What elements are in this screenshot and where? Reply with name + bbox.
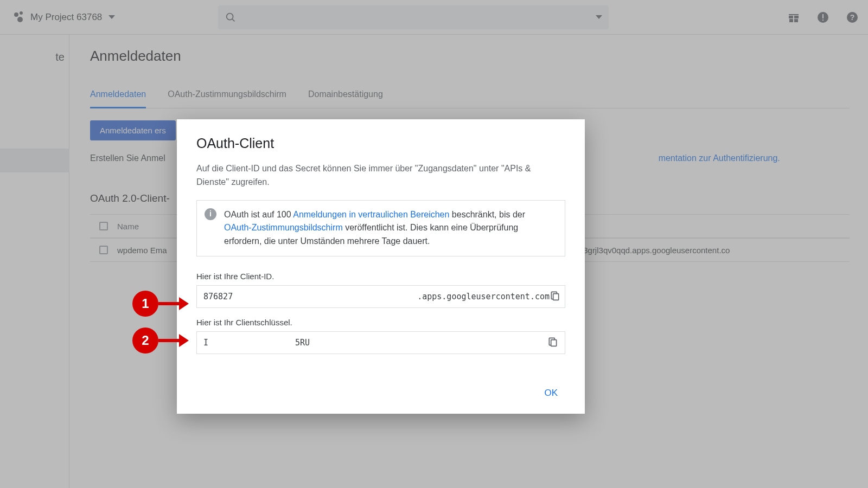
ok-button[interactable]: OK [537, 383, 565, 403]
client-id-label: Hier ist Ihre Client-ID. [196, 272, 565, 281]
oauth-client-dialog: OAuth-Client Auf die Client-ID und das S… [177, 119, 585, 414]
consent-screen-link[interactable]: OAuth-Zustimmungsbildschirm [224, 223, 343, 232]
annotation-badge: 2 [132, 328, 158, 354]
dialog-lead: Auf die Client-ID und das Secret können … [196, 162, 565, 189]
annotation-arrow [158, 302, 179, 305]
client-secret-suffix: 5RU [295, 338, 310, 348]
dialog-title: OAuth-Client [196, 136, 565, 151]
client-id-field: 876827 .apps.googleusercontent.com [196, 285, 565, 308]
annotation-callout-1: 1 [132, 291, 189, 317]
annotation-arrow-head [179, 334, 189, 347]
dialog-actions: OK [196, 364, 565, 403]
button-label: OK [544, 388, 558, 398]
info-text: OAuth ist auf 100 [224, 210, 293, 219]
client-secret-field: I 5RU [196, 331, 565, 354]
svg-rect-12 [553, 294, 559, 300]
client-id-prefix: 876827 [203, 292, 233, 301]
annotation-number: 1 [142, 296, 149, 311]
restricted-scopes-link[interactable]: Anmeldungen in vertraulichen Bereichen [293, 210, 449, 219]
copy-client-secret-button[interactable] [547, 336, 560, 349]
annotation-arrow-head [179, 297, 189, 310]
client-secret-label: Hier ist Ihr Clientschlüssel. [196, 318, 565, 327]
info-banner: i OAuth ist auf 100 Anmeldungen in vertr… [196, 200, 565, 256]
copy-client-id-button[interactable] [550, 290, 560, 303]
annotation-badge: 1 [132, 291, 158, 317]
info-icon: i [205, 208, 216, 220]
info-text: beschränkt, bis der [449, 210, 525, 219]
annotation-callout-2: 2 [132, 328, 189, 354]
annotation-arrow [158, 339, 179, 342]
svg-rect-13 [551, 340, 557, 346]
client-id-suffix: .apps.googleusercontent.com [417, 292, 550, 301]
client-secret-prefix: I [203, 338, 208, 348]
annotation-number: 2 [142, 333, 149, 348]
